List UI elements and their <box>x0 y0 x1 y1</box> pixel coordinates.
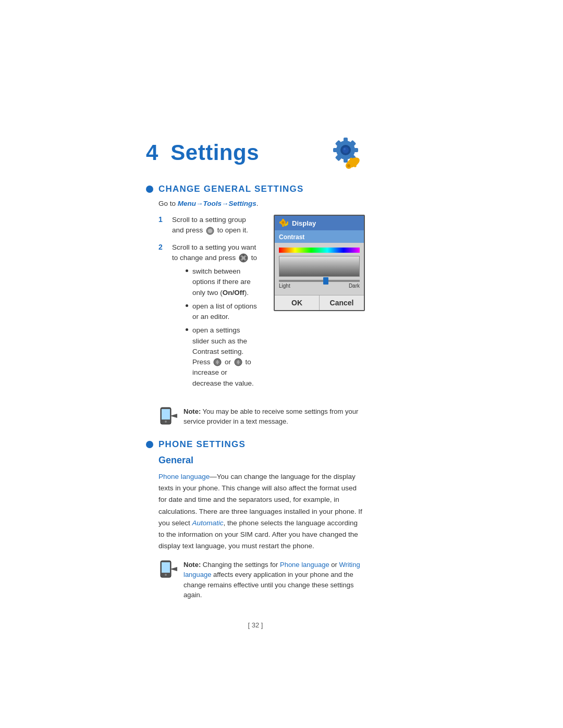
preview-gradient <box>279 256 360 277</box>
steps-list: 1 Scroll to a setting group and press to… <box>158 215 258 398</box>
change-general-title: CHANGE GENERAL SETTINGS <box>158 184 304 194</box>
svg-rect-4 <box>333 148 338 152</box>
slider-labels: Light Dark <box>279 283 360 289</box>
nav-arrow2: → <box>222 200 229 207</box>
nav-menu: Menu <box>178 200 196 207</box>
svg-point-15 <box>344 148 346 150</box>
color-bar <box>279 248 360 253</box>
device-body: Light Dark <box>275 243 364 295</box>
nav-prefix: Go to <box>158 200 178 207</box>
step1-text-after: to open it. <box>217 226 248 234</box>
step-2: 2 Scroll to a setting you want to change… <box>158 242 258 392</box>
slider-track <box>279 280 360 282</box>
sub-bullet-2: open a list of options or an editor. <box>186 301 258 323</box>
svg-point-37 <box>165 421 167 423</box>
steps-and-screenshot: 1 Scroll to a setting group and press to… <box>158 215 365 398</box>
nav-settings-link: Settings <box>229 200 256 207</box>
sub-bullet-dot-3 <box>186 328 188 331</box>
device-subheader: Contrast <box>275 230 364 243</box>
nav-button-icon <box>239 253 248 263</box>
sub-bullet-1-text: switch between options if there are only… <box>192 266 258 298</box>
note-icon-2 <box>158 560 177 578</box>
note-content-1: You may be able to receive some settings… <box>183 408 358 426</box>
note-device-svg <box>158 406 177 425</box>
note2-text-start: Changing the settings for <box>201 561 280 569</box>
svg-point-14 <box>342 147 349 153</box>
general-subheading: General <box>158 455 365 466</box>
sub-bullet-dot-1 <box>186 269 188 272</box>
sub-bullets: switch between options if there are only… <box>186 266 258 389</box>
note-text-1: Note: You may be able to receive some se… <box>183 406 365 427</box>
svg-point-17 <box>208 229 212 233</box>
chapter-title: Settings <box>170 140 259 165</box>
note-box-2: Note: Changing the settings for Phone la… <box>158 560 365 600</box>
bullet1-end: ). <box>244 289 249 297</box>
svg-rect-2 <box>344 138 348 143</box>
page-number: [ 32 ] <box>146 621 365 629</box>
note-label-1: Note: <box>183 408 201 415</box>
sub-bullet-1: switch between options if there are only… <box>186 266 258 298</box>
svg-rect-36 <box>162 409 170 419</box>
page: 4 Settings <box>0 0 563 728</box>
phone-language-link: Phone language <box>158 473 210 480</box>
bullet1-bold: On/Off <box>223 289 244 297</box>
settings-gear-icon <box>326 135 365 169</box>
step-2-content: Scroll to a setting you want to change a… <box>172 242 258 392</box>
svg-point-20 <box>242 254 244 256</box>
step-2-text: Scroll to a setting you want to change a… <box>172 243 257 262</box>
slider-container: Light Dark <box>279 280 360 289</box>
sub-bullet-3: open a settings slider such as the Contr… <box>186 325 258 389</box>
note-box-1: Note: You may be able to receive some se… <box>158 406 365 427</box>
phone-settings-title: PHONE SETTINGS <box>158 439 246 450</box>
left-nav-icon <box>213 358 222 366</box>
slider-label-right: Dark <box>349 283 360 289</box>
step2-text-after: to <box>251 254 257 262</box>
nav-path: Go to Menu→Tools→Settings. <box>158 200 365 207</box>
note-label-2: Note: <box>183 561 201 569</box>
phone-language-body: Phone language—You can change the langua… <box>158 471 365 552</box>
device-subheader-text: Contrast <box>279 233 304 241</box>
device-footer: OK Cancel <box>275 295 364 310</box>
note-icon-1 <box>158 406 177 425</box>
slider-label-left: Light <box>279 283 290 289</box>
slider-thumb <box>323 277 328 285</box>
device-screenshot: Display Contrast Lig <box>274 215 365 311</box>
content-area: 4 Settings <box>0 0 469 681</box>
svg-point-21 <box>242 260 244 262</box>
phone-settings-heading: PHONE SETTINGS <box>146 439 365 450</box>
chapter-number: 4 <box>146 140 158 165</box>
step-2-number: 2 <box>158 243 169 251</box>
device-header-title: Display <box>292 219 316 227</box>
section-bullet <box>146 186 153 193</box>
phone-settings-section: PHONE SETTINGS General Phone language—Yo… <box>146 439 365 600</box>
svg-point-29 <box>282 221 285 224</box>
right-nav-icon <box>234 358 242 366</box>
svg-rect-5 <box>353 148 358 152</box>
ok-button-icon <box>206 227 214 235</box>
device-header-icon <box>279 218 289 228</box>
note-device-svg-2 <box>158 560 177 578</box>
step-1-number: 1 <box>158 215 169 224</box>
note-text-2: Note: Changing the settings for Phone la… <box>183 560 365 600</box>
chapter-heading: 4 Settings <box>146 135 365 169</box>
page-number-text: [ 32 ] <box>248 621 263 629</box>
nav-period: . <box>256 200 259 207</box>
svg-point-22 <box>240 257 242 259</box>
device-ok-button[interactable]: OK <box>275 295 320 310</box>
nav-arrow1: → <box>196 200 203 207</box>
svg-rect-30 <box>282 219 284 220</box>
device-header: Display <box>275 216 364 230</box>
note2-phone-lang-link: Phone language <box>280 561 329 569</box>
sub-bullet-dot-2 <box>186 304 188 307</box>
svg-point-41 <box>165 574 167 576</box>
nav-tools: Tools <box>203 200 222 207</box>
svg-point-23 <box>245 257 247 259</box>
device-cancel-button[interactable]: Cancel <box>320 295 364 310</box>
step-1-text: Scroll to a setting group and press to o… <box>172 215 258 236</box>
step-1: 1 Scroll to a setting group and press to… <box>158 215 258 236</box>
sub-bullet-3-text: open a settings slider such as the Contr… <box>192 325 258 389</box>
svg-rect-40 <box>162 562 170 573</box>
bullet3-middle: or <box>225 358 233 366</box>
automatic-link: Automatic <box>192 519 224 527</box>
svg-point-12 <box>347 164 350 167</box>
